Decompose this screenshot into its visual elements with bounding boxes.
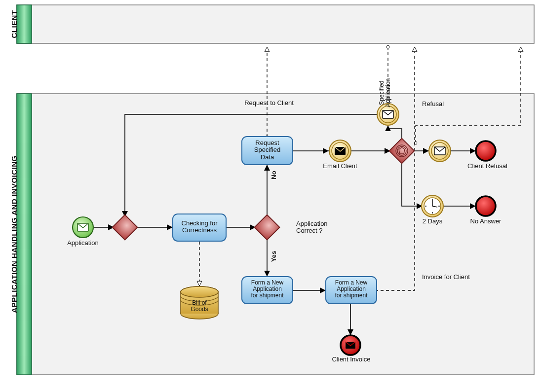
svg-rect-3 [17, 94, 534, 375]
label-edge-request: Request to Client [232, 100, 306, 107]
label-task-form2: Form a New Application for shipment [326, 280, 377, 299]
event-email-client [329, 140, 351, 162]
label-start-app: Application [63, 240, 103, 247]
label-bill-of-goods: Bill of Goods [185, 300, 214, 313]
label-edge-no: No [270, 165, 277, 185]
svg-point-39 [181, 286, 218, 297]
svg-rect-1 [17, 5, 534, 43]
event-timer-2days [422, 195, 443, 217]
label-task-form1: Form a New Application for shipment [242, 280, 293, 299]
pool-client [17, 5, 534, 43]
label-edge-specapp: Specified Application [379, 71, 391, 115]
svg-point-34 [476, 141, 496, 161]
svg-point-35 [476, 196, 496, 216]
label-task-request: Request Specified Data [242, 140, 293, 161]
event-refusal [429, 140, 451, 162]
pool-title-app: APPLICATION HANDLING AND INVOICING [7, 94, 22, 375]
label-task-checking: Checking for Correctness [173, 220, 226, 234]
label-end-noanswer: No Answer [466, 218, 505, 225]
pool-application [17, 94, 534, 375]
diagram-canvas: CLIENT APPLICATION HANDLING AND INVOICIN… [0, 0, 541, 392]
label-edge-refusal: Refusal [422, 101, 457, 107]
label-timer: 2 Days [418, 218, 447, 225]
label-end-refusal: Client Refusal [464, 163, 511, 170]
label-end-invoice: Client Invoice [328, 356, 375, 363]
label-edge-yes: Yes [270, 247, 277, 266]
label-email-client: Email Client [320, 163, 360, 170]
event-end-client-refusal [476, 141, 496, 161]
event-end-client-invoice [341, 335, 360, 355]
label-gw-appcorrect: Application Correct ? [296, 220, 346, 235]
event-end-no-answer [476, 196, 496, 216]
pool-title-client: CLIENT [7, 5, 22, 43]
bpmn-svg [0, 0, 541, 392]
label-edge-invoice: Invoice for Client [422, 274, 486, 281]
event-start-application [73, 217, 93, 238]
